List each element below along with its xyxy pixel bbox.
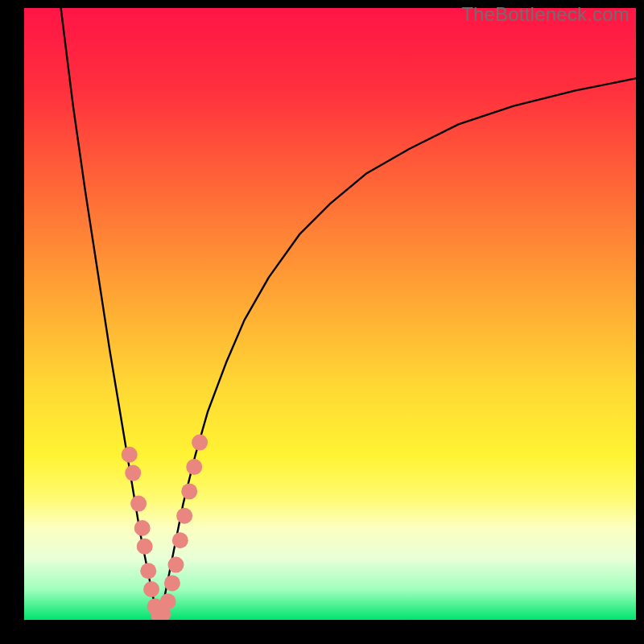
chart-svg bbox=[24, 8, 636, 620]
highlight-dot bbox=[181, 483, 197, 499]
highlight-dot bbox=[164, 575, 180, 591]
highlight-dot bbox=[160, 593, 176, 609]
gradient-background bbox=[24, 8, 636, 620]
highlight-dot bbox=[143, 581, 159, 597]
highlight-dot bbox=[122, 447, 138, 463]
highlight-dot bbox=[125, 465, 141, 481]
highlight-dot bbox=[137, 539, 153, 555]
watermark-text: TheBottleneck.com bbox=[461, 3, 630, 26]
highlight-dot bbox=[176, 508, 192, 524]
plot-area bbox=[24, 8, 636, 620]
highlight-dot bbox=[192, 435, 208, 451]
highlight-dot bbox=[130, 496, 147, 512]
highlight-dot bbox=[140, 563, 156, 579]
highlight-dot bbox=[186, 459, 202, 475]
highlight-dot bbox=[167, 557, 184, 573]
highlight-dot bbox=[172, 532, 188, 548]
highlight-dot bbox=[134, 520, 151, 536]
chart-frame: TheBottleneck.com bbox=[0, 0, 644, 644]
